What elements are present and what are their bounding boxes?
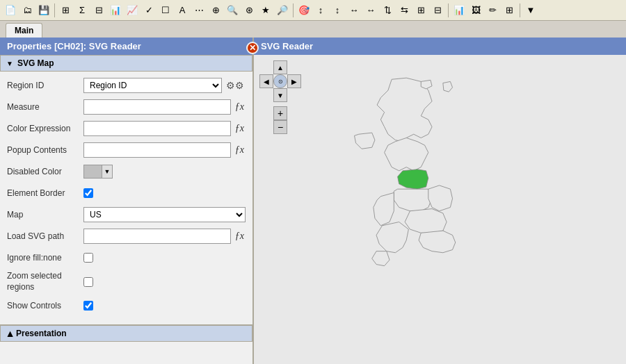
- zoom-regions-label: Zoom selected regions: [7, 271, 83, 292]
- svg-map-section-header[interactable]: ▼ SVG Map: [0, 55, 252, 72]
- ignore-fill-label: Ignore fill:none: [7, 253, 83, 263]
- pan-right-btn[interactable]: ▶: [287, 74, 301, 88]
- map-select[interactable]: US UK Europe World: [83, 207, 246, 222]
- show-controls-row: Show Controls: [7, 297, 246, 314]
- toolbar-btn2[interactable]: ⊞: [58, 3, 73, 18]
- toolbar-chart-btn[interactable]: 📊: [451, 3, 467, 18]
- toolbar-btn21[interactable]: ⇅: [380, 3, 395, 18]
- svg-map-title: SVG Map: [17, 58, 54, 68]
- map-container: ▲ ◀ ⊙ ▶ ▼ + − .region { fill: #e8e8e8; s…: [254, 55, 626, 361]
- close-button[interactable]: ✕: [246, 42, 259, 54]
- zoom-regions-row: Zoom selected regions: [7, 271, 246, 292]
- toolbar-open-btn[interactable]: 🗂: [19, 3, 35, 18]
- disabled-color-arrow[interactable]: ▼: [102, 165, 113, 179]
- element-border-row: Element Border: [7, 185, 246, 201]
- region-id-select[interactable]: Region ID: [83, 78, 222, 93]
- pan-down-btn[interactable]: ▼: [273, 88, 287, 102]
- load-svg-label: Load SVG path: [7, 231, 83, 241]
- popup-contents-input[interactable]: Sum([$FieldNo]): [83, 142, 231, 158]
- load-svg-row: Load SVG path drawing-1.svg ƒx: [7, 228, 246, 245]
- popup-contents-control: Sum([$FieldNo]) ƒx: [83, 142, 246, 158]
- toolbar-btn16[interactable]: 🎯: [296, 3, 312, 18]
- color-expression-fx-btn[interactable]: ƒx: [234, 123, 246, 134]
- disabled-color-label: Disabled Color: [7, 167, 83, 176]
- measure-row: Measure 1 ƒx: [7, 99, 246, 115]
- map-area: SVG Reader ▲ ◀ ⊙ ▶ ▼ + −: [254, 38, 626, 364]
- show-controls-label: Show Controls: [7, 301, 83, 311]
- toolbar-table-btn[interactable]: ⊞: [501, 3, 517, 18]
- measure-input[interactable]: 1: [83, 99, 231, 115]
- pan-left-btn[interactable]: ◀: [259, 74, 273, 88]
- toolbar-img-btn[interactable]: 🖼: [468, 3, 483, 18]
- popup-contents-label: Popup Contents: [7, 145, 83, 155]
- main-area: Properties [CH02]: SVG Reader ✕ ▼ SVG Ma…: [0, 38, 626, 364]
- zoom-out-btn[interactable]: −: [273, 120, 287, 134]
- toolbar-sep1: [54, 3, 55, 17]
- disabled-color-row: Disabled Color ▼: [7, 163, 246, 180]
- toolbar-more-btn[interactable]: ▼: [523, 3, 538, 18]
- element-border-checkbox[interactable]: [83, 188, 93, 198]
- toolbar-btn19[interactable]: ↔: [346, 3, 362, 18]
- load-svg-control: drawing-1.svg ƒx: [83, 229, 246, 244]
- element-border-label: Element Border: [7, 188, 83, 198]
- toolbar-btn20[interactable]: ↔: [363, 3, 378, 18]
- ignore-fill-checkbox[interactable]: [83, 253, 93, 263]
- tab-bar: Main: [0, 21, 626, 38]
- main-tab[interactable]: Main: [6, 23, 42, 38]
- color-expression-row: Color Expression =if(Population <400, '#…: [7, 120, 246, 137]
- color-expression-control: =if(Population <400, '#a80023' ƒx: [83, 121, 246, 136]
- toolbar-btn7[interactable]: ✓: [141, 3, 156, 18]
- toolbar-save-btn[interactable]: 💾: [36, 3, 51, 18]
- toolbar: 📄 🗂 💾 ⊞ Σ ⊟ 📊 📈 ✓ ☐ A ⋯ ⊕ 🔍 ⊛ ★ 🔎 🎯 ↕ ↕ …: [0, 0, 626, 21]
- measure-control: 1 ƒx: [83, 99, 246, 115]
- toolbar-btn11[interactable]: ⊕: [208, 3, 223, 18]
- map-title: SVG Reader: [261, 41, 313, 51]
- zoom-controls: + −: [273, 106, 287, 134]
- toolbar-btn4[interactable]: ⊟: [91, 3, 106, 18]
- svg-map-arrow: ▼: [6, 60, 13, 67]
- toolbar-edit-btn[interactable]: ✏: [485, 3, 500, 18]
- map-label: Map: [7, 210, 83, 220]
- toolbar-btn15[interactable]: 🔎: [275, 3, 290, 18]
- map-row: Map US UK Europe World: [7, 206, 246, 223]
- properties-panel: Properties [CH02]: SVG Reader ✕ ▼ SVG Ma…: [0, 38, 254, 364]
- toolbar-sep2: [293, 3, 294, 17]
- presentation-section-header[interactable]: ▶ Presentation: [0, 325, 252, 342]
- toolbar-btn23[interactable]: ⊞: [413, 3, 428, 18]
- toolbar-btn10[interactable]: ⋯: [191, 3, 207, 18]
- ignore-fill-row: Ignore fill:none: [7, 249, 246, 266]
- uk-map-svg: .region { fill: #e8e8e8; stroke: #888; s…: [296, 76, 539, 354]
- toolbar-btn9[interactable]: A: [175, 3, 190, 18]
- presentation-arrow: ▶: [6, 331, 13, 336]
- zoom-regions-control: [83, 277, 246, 287]
- pan-center-btn[interactable]: ⊙: [273, 74, 287, 88]
- pan-up-btn[interactable]: ▲: [273, 60, 287, 74]
- show-controls-checkbox[interactable]: [83, 301, 93, 311]
- zoom-regions-checkbox[interactable]: [83, 277, 93, 287]
- color-expression-input[interactable]: =if(Population <400, '#a80023': [83, 121, 231, 136]
- zoom-in-btn[interactable]: +: [273, 106, 287, 120]
- measure-fx-btn[interactable]: ƒx: [234, 101, 246, 113]
- toolbar-btn6[interactable]: 📈: [125, 3, 140, 18]
- toolbar-btn8[interactable]: ☐: [158, 3, 173, 18]
- toolbar-btn5[interactable]: 📊: [108, 3, 123, 18]
- toolbar-btn24[interactable]: ⊟: [430, 3, 445, 18]
- region-id-gear-btn[interactable]: ⚙⚙: [225, 80, 246, 91]
- toolbar-btn14[interactable]: ★: [258, 3, 273, 18]
- popup-contents-fx-btn[interactable]: ƒx: [234, 144, 246, 156]
- map-title-bar: SVG Reader: [254, 38, 626, 55]
- toolbar-btn22[interactable]: ⇆: [396, 3, 412, 18]
- presentation-title: Presentation: [16, 329, 67, 338]
- disabled-color-dropdown[interactable]: ▼: [83, 165, 113, 179]
- map-navigation: ▲ ◀ ⊙ ▶ ▼ + −: [259, 60, 301, 134]
- toolbar-btn18[interactable]: ↕: [330, 3, 345, 18]
- toolbar-sep4: [520, 3, 520, 17]
- toolbar-btn12[interactable]: 🔍: [225, 3, 240, 18]
- toolbar-new-btn[interactable]: 📄: [3, 3, 18, 18]
- toolbar-btn17[interactable]: ↕: [313, 3, 328, 18]
- show-controls-control: [83, 301, 246, 311]
- toolbar-btn3[interactable]: Σ: [74, 3, 90, 18]
- load-svg-fx-btn[interactable]: ƒx: [234, 231, 246, 242]
- toolbar-btn13[interactable]: ⊛: [241, 3, 257, 18]
- load-svg-input[interactable]: drawing-1.svg: [83, 229, 231, 244]
